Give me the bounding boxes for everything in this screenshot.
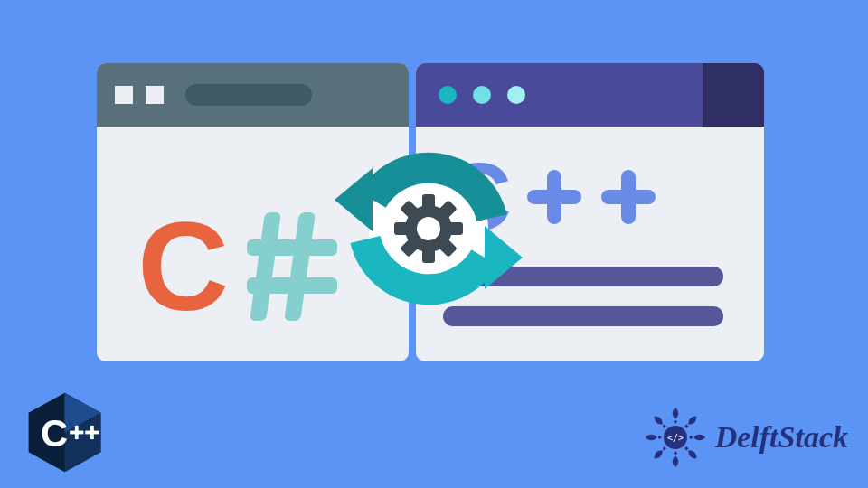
svg-point-35 — [662, 424, 666, 428]
window-control-icon — [115, 86, 133, 104]
svg-point-31 — [684, 446, 688, 451]
titlebar-accent — [703, 63, 764, 127]
csharp-letter: C — [137, 203, 229, 330]
plus-icon — [597, 165, 660, 229]
brand-mark-glyph: </> — [667, 433, 684, 443]
dot-icon — [473, 86, 491, 104]
dot-icon — [507, 86, 525, 104]
window-dots — [416, 86, 525, 104]
window-control-icon — [146, 86, 164, 104]
svg-marker-10 — [335, 168, 373, 231]
cpp-language-badge-icon: C — [22, 389, 108, 475]
svg-point-30 — [689, 436, 693, 439]
svg-point-34 — [658, 436, 662, 439]
badge-letter: C — [41, 412, 68, 455]
svg-rect-27 — [85, 431, 99, 435]
svg-rect-5 — [527, 190, 581, 204]
svg-point-29 — [684, 424, 688, 428]
window-cpp-titlebar — [416, 63, 764, 127]
svg-rect-1 — [284, 212, 316, 321]
brand-mark-icon: </> — [643, 405, 708, 470]
window-csharp-titlebar — [97, 63, 409, 127]
svg-rect-0 — [250, 212, 281, 321]
illustration-canvas: C C — [0, 0, 868, 488]
svg-rect-7 — [601, 190, 656, 204]
svg-rect-25 — [70, 431, 83, 435]
svg-rect-2 — [247, 239, 337, 256]
brand-name: DelftStack — [715, 420, 848, 455]
convert-cycle-icon — [329, 131, 528, 330]
svg-rect-3 — [247, 277, 337, 294]
dot-icon — [439, 86, 457, 104]
svg-marker-9 — [485, 226, 523, 289]
hash-icon — [247, 212, 337, 321]
svg-point-33 — [662, 446, 666, 451]
svg-point-32 — [674, 451, 677, 455]
address-bar-icon — [185, 84, 312, 106]
svg-point-28 — [674, 420, 677, 424]
svg-point-20 — [417, 217, 440, 240]
csharp-label: C — [137, 203, 337, 330]
plus-icon — [523, 165, 586, 229]
brand-logo: </> DelftStack — [643, 405, 848, 470]
